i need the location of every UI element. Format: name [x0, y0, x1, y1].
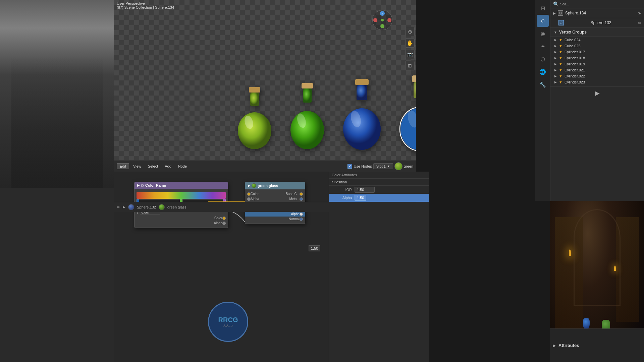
slot-arrow: ▼	[387, 165, 390, 168]
base-color-output-label: Base C...	[259, 192, 300, 196]
item-icon: ▼	[559, 80, 562, 84]
sphere-material-name: green glass	[167, 205, 186, 209]
attributes-section[interactable]: ▶ Attributes	[550, 328, 644, 362]
use-nodes-toggle[interactable]: ✓ Use Nodes	[347, 164, 372, 169]
svg-rect-8	[355, 79, 369, 85]
normal-output-socket[interactable]	[300, 218, 303, 221]
color-ramp-expand: ▶	[137, 184, 140, 187]
sphere-expand[interactable]: ▶	[123, 205, 125, 209]
slot-label: Slot 1	[376, 164, 386, 168]
color-ramp-icon: ⬡	[141, 184, 144, 187]
ior-value-field[interactable]: 1.50	[355, 187, 375, 193]
alpha-input-socket[interactable]	[247, 197, 251, 201]
ior-value-display: 1.50	[309, 245, 320, 251]
material-sphere-icon[interactable]	[394, 162, 402, 170]
potion-4-selected	[398, 74, 416, 151]
color-input-socket[interactable]	[247, 192, 251, 196]
list-item-cylinder017[interactable]: ▼ Cylinder.017	[550, 49, 644, 55]
linked-object-icon: ⬡	[558, 20, 564, 25]
list-item-cylinder021[interactable]: ▼ Cylinder.021	[550, 67, 644, 73]
hand-tool[interactable]: ✋	[405, 38, 415, 48]
selected-object-row[interactable]: ▶ ⬡ Sphere.134 ≫	[550, 8, 644, 18]
item-name: Cylinder.017	[565, 50, 585, 54]
node-add-button[interactable]: Add	[162, 164, 174, 169]
expand-arrow: ▶	[553, 11, 556, 15]
alpha-output-label-hl: Alpha	[247, 212, 300, 216]
meta-output-socket[interactable]	[300, 197, 303, 201]
camera-tool[interactable]: 📷	[405, 50, 415, 59]
list-item-cube025[interactable]: ▼ Cube.025	[550, 43, 644, 49]
gizmo-x-neg-axis	[373, 18, 377, 22]
slot-selector[interactable]: Slot 1 ▼	[373, 163, 393, 169]
render-view-tool[interactable]: ⊞	[405, 61, 415, 70]
world-tab[interactable]: 🔧	[537, 78, 549, 90]
gizmo-x-axis	[387, 18, 391, 22]
material-properties-tab[interactable]: ◉	[537, 27, 549, 40]
base-color-output-socket[interactable]	[300, 192, 303, 196]
vertex-groups-header[interactable]: Vertex Groups	[550, 28, 644, 37]
alpha-output-socket-hl[interactable]	[300, 213, 303, 216]
t-position-text: t Position	[332, 180, 347, 184]
color-attributes-text: Color Attributes	[332, 173, 357, 177]
alpha-output-row-highlight: Alpha	[245, 212, 305, 217]
use-nodes-checkbox[interactable]: ✓	[347, 164, 352, 169]
object-data-properties-tab[interactable]: ⬡	[537, 15, 549, 27]
play-button-area[interactable]: ▶	[550, 86, 644, 100]
item-icon: ▼	[559, 62, 562, 66]
node-view-button[interactable]: View	[130, 164, 144, 169]
search-label: Sea...	[560, 2, 641, 6]
edit-toggle[interactable]: ✏	[117, 205, 120, 209]
item-arrow	[554, 56, 557, 60]
linked-object-name: Sphere.132	[590, 20, 611, 25]
svg-rect-14	[414, 82, 416, 98]
color-ramp-header: ▶ ⬡ Color Ramp	[135, 182, 228, 189]
list-item-cylinder019[interactable]: ▼ Cylinder.019	[550, 61, 644, 67]
color-output-row: Color	[137, 216, 226, 221]
item-arrow	[554, 74, 557, 78]
filter-icon: ≫	[638, 11, 641, 15]
node-select-button[interactable]: Select	[145, 164, 161, 169]
potion-3	[342, 77, 382, 151]
item-name: Cylinder.021	[565, 68, 585, 72]
item-arrow	[554, 38, 557, 42]
node-edit-button[interactable]: Edit	[117, 163, 129, 169]
attributes-title: Attributes	[558, 343, 579, 348]
search-icon: 🔍	[553, 1, 559, 7]
scene-tab[interactable]: 🌐	[537, 66, 549, 78]
item-icon: ▼	[559, 56, 562, 60]
meta-output-label: Meta...	[259, 197, 300, 201]
t-position-row: t Position	[329, 179, 429, 186]
gizmo-center	[381, 19, 384, 21]
material-ball-icon	[159, 204, 165, 210]
render-properties-tab[interactable]: ⊞	[537, 2, 549, 14]
object-type-icon: ⬡	[558, 10, 563, 16]
rrcg-watermark: RRCG 人人CG	[208, 302, 248, 342]
color-attributes-label: Color Attributes	[329, 172, 429, 179]
svg-rect-1	[250, 93, 259, 106]
list-item-cylinder022[interactable]: ▼ Cylinder.022	[550, 73, 644, 79]
physics-tab[interactable]: ⬡	[537, 53, 549, 65]
potion-2	[289, 80, 326, 151]
navigation-gizmo[interactable]: Z	[369, 0, 396, 40]
item-name: Cylinder.019	[565, 62, 585, 66]
alpha-value-field[interactable]: 1.50	[355, 195, 366, 201]
item-name: Cylinder.023	[565, 80, 585, 84]
vertex-groups-section: Vertex Groups	[550, 28, 644, 37]
list-item-cube024[interactable]: ▼ Cube.024	[550, 37, 644, 43]
alpha-output-label: Alpha	[137, 221, 222, 225]
color-output-socket[interactable]	[222, 217, 226, 220]
list-item-cylinder023[interactable]: ▼ Cylinder.023	[550, 79, 644, 85]
node-node-button[interactable]: Node	[175, 164, 190, 169]
alpha-output-socket[interactable]	[222, 222, 226, 225]
item-icon: ▼	[559, 74, 562, 78]
properties-tab-icons: ⊞ ⬡ ◉ ✦ ⬡ 🌐 🔧	[535, 0, 550, 201]
particles-tab[interactable]: ✦	[537, 40, 549, 52]
list-item-cylinder018[interactable]: ▼ Cylinder.018	[550, 55, 644, 61]
potions-area	[228, 67, 416, 151]
zoom-tool[interactable]: ⊕	[405, 27, 415, 36]
item-icon: ▼	[559, 50, 562, 54]
gizmo-circle: Z	[372, 10, 392, 30]
color-ramp-gradient[interactable]	[137, 192, 226, 199]
alpha-input-label: Alpha	[251, 197, 259, 201]
linked-object-row[interactable]: ⬡ Sphere.132 ≫	[550, 18, 644, 28]
